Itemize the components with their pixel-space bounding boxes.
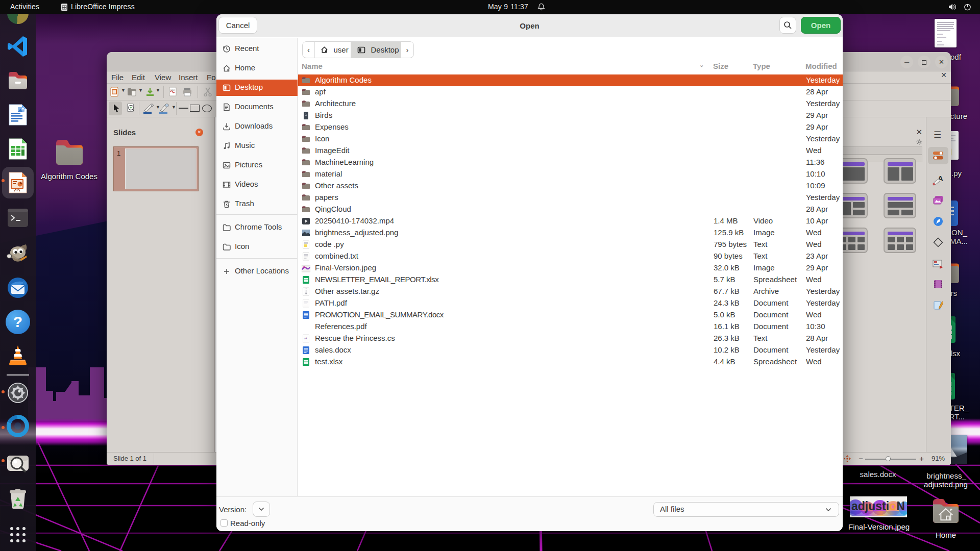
svg-text:PDF: PDF <box>170 88 176 91</box>
svg-text:c#: c# <box>304 337 308 340</box>
